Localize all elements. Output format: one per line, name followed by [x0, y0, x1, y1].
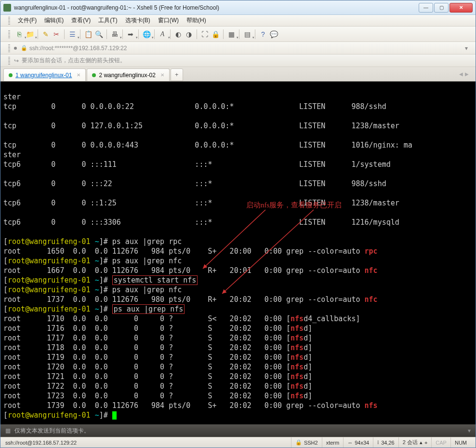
tab-add-button[interactable]: + [171, 68, 183, 81]
compose-dropdown-icon[interactable]: ▾ [468, 427, 471, 434]
out-post: d4_callbacks] [304, 314, 360, 323]
tab-nav: ◀ ▶ [455, 71, 473, 77]
cmd-highlighted: ps aux |grep nfs [112, 304, 185, 314]
lock-icon: 🔒 [295, 439, 302, 446]
out-kw: nfc [365, 295, 378, 304]
address-dropdown-icon[interactable]: ▾ [465, 45, 468, 52]
out-post: d] [304, 363, 312, 371]
cmd: ps aux |grep nfc [112, 257, 182, 265]
tab-session-2[interactable]: 2 wangrufienglinux-02 ✕ [87, 68, 169, 81]
addr-bullet-icon [14, 47, 17, 50]
prompt-open: [ [3, 305, 8, 313]
menubar-grip[interactable] [8, 17, 10, 25]
app-window: wangruifenglinux-01 - root@wangruifeng-0… [0, 0, 476, 448]
out-kw: nfs [291, 343, 304, 352]
sessions-chevron-icon[interactable]: ▴ [420, 439, 423, 446]
hint-arrow-icon[interactable]: ↪ [14, 57, 19, 64]
status-num: NUM [450, 437, 471, 448]
statusbar: ssh://root@192.168.57.129:22 🔒SSH2 xterm… [0, 437, 476, 448]
address-input[interactable]: ssh://root:********@192.168.57.129:22 [29, 45, 465, 52]
out-pre: root 1720 0.0 0.0 0 0 ? S 20:02 0:00 [ [3, 363, 291, 371]
paste-button[interactable]: 🔍 [93, 29, 104, 40]
menu-tabs[interactable]: 选项卡(B) [121, 15, 154, 26]
globe-button[interactable]: 🌐 [141, 29, 152, 40]
out-kw: nfs [291, 324, 304, 333]
menu-file[interactable]: 文件(F) [14, 15, 40, 26]
toolbar-grip[interactable] [8, 30, 10, 38]
compose-icon[interactable]: ▦ [5, 427, 11, 434]
prompt-user: root@wangruifeng-01 [8, 237, 91, 246]
disconnect-button[interactable]: ✂ [51, 29, 62, 40]
open-button[interactable]: 📁 [25, 29, 35, 40]
out-post: d] [304, 343, 312, 352]
maximize-button[interactable]: ▢ [434, 3, 449, 13]
menu-edit[interactable]: 编辑(E) [40, 15, 67, 26]
tab-label: 2 wangrufienglinux-02 [99, 72, 155, 79]
prompt-user: root@wangruifeng-01 [8, 411, 91, 420]
fullscreen-button[interactable]: ⛶ [199, 29, 210, 40]
reconnect-button[interactable]: ✎ [40, 29, 51, 40]
tab-next-icon[interactable]: ▶ [465, 71, 469, 77]
prompt-user: root@wangruifeng-01 [8, 276, 91, 285]
prompt-path: ~ [91, 285, 99, 294]
prompt-path: ~ [91, 257, 99, 265]
menu-window[interactable]: 窗口(W) [154, 15, 183, 26]
terminal[interactable]: ster tcp 0 0 0.0.0.0:22 0.0.0.0:* LISTEN… [0, 81, 476, 424]
status-protocol: 🔒SSH2 [291, 437, 322, 448]
out-kw: nfs [291, 392, 304, 400]
terminal-line: ster [3, 93, 21, 101]
out-pre: root 1722 0.0 0.0 0 0 ? S 20:02 0:00 [ [3, 382, 291, 391]
out-pre: root 1710 0.0 0.0 0 0 ? S< 20:02 0:00 [ [3, 314, 291, 323]
layout-button[interactable]: ▦ [226, 29, 237, 40]
find-button[interactable]: ➡ [125, 29, 136, 40]
toolbar-separator [80, 29, 80, 39]
print-button[interactable]: 🖶 [109, 29, 120, 40]
out-pre: root 1717 0.0 0.0 0 0 ? S 20:02 0:00 [ [3, 334, 291, 342]
out-pre: root 1723 0.0 0.0 0 0 ? S 20:02 0:00 [ [3, 392, 291, 400]
new-session-button[interactable]: ⎘ [14, 29, 25, 40]
toolbar-separator [170, 29, 171, 39]
addressbar-grip[interactable] [8, 44, 10, 52]
minimize-button[interactable]: — [419, 3, 433, 13]
font-button[interactable]: A [157, 29, 168, 40]
prompt-user: root@wangruifeng-01 [8, 305, 91, 313]
about-button[interactable]: 💬 [268, 29, 279, 40]
prompt-close: ]# [99, 305, 112, 313]
tab-session-1[interactable]: 1 wangruifenglinux-01 ✕ [3, 68, 86, 81]
tile-button[interactable]: ▤ [242, 29, 252, 40]
lock-button[interactable]: 🔒 [210, 29, 221, 40]
out-kw: nfs [291, 353, 304, 362]
prompt-user: root@wangruifeng-01 [8, 285, 91, 294]
out-kw: nfs [291, 334, 304, 342]
compose-bar: ▦ 仅将文本发送到当前选项卡。 ▾ [0, 424, 476, 437]
menu-view[interactable]: 查看(V) [67, 15, 94, 26]
menu-tools[interactable]: 工具(T) [94, 15, 121, 26]
help-button[interactable]: ? [258, 29, 268, 40]
toolbar-separator [122, 29, 123, 39]
menu-help[interactable]: 帮助(H) [183, 15, 210, 26]
cmd: ps aux |grep nfc [112, 285, 182, 294]
terminal-line: tcp6 0 0 :::3306 :::* LISTEN 1216/mysqld [3, 218, 399, 227]
status-sessions: 2 会话 ▴ + [398, 437, 432, 448]
tab-close-icon[interactable]: ✕ [160, 72, 164, 78]
prompt-user: root@wangruifeng-01 [8, 257, 91, 265]
color-button[interactable]: ◐ [173, 29, 184, 40]
toolbar: ⎘ 📁 ✎ ✂ ☰ 📋 🔍 🖶 ➡ 🌐 A ◐ ◑ ⛶ 🔒 ▦ ▤ ? 💬 [0, 27, 476, 42]
prompt-open: [ [3, 257, 8, 265]
toolbar-separator [38, 29, 38, 39]
copy-button[interactable]: 📋 [83, 29, 93, 40]
prompt-open: [ [3, 411, 8, 420]
hintbar-grip[interactable] [8, 57, 10, 65]
prompt-open: [ [3, 276, 8, 285]
encoding-button[interactable]: ◑ [184, 29, 194, 40]
window-controls: — ▢ ✕ [419, 3, 473, 13]
close-button[interactable]: ✕ [450, 3, 473, 13]
sessions-plus-icon[interactable]: + [424, 440, 427, 446]
tab-close-icon[interactable]: ✕ [77, 72, 80, 78]
tab-prev-icon[interactable]: ◀ [459, 71, 463, 77]
properties-button[interactable]: ☰ [67, 29, 78, 40]
compose-input[interactable]: 仅将文本发送到当前选项卡。 [14, 427, 468, 435]
annotation-text: 启动nfs服务，查看服务已开启 [246, 200, 342, 210]
toolbar-separator [154, 29, 155, 39]
titlebar[interactable]: wangruifenglinux-01 - root@wangruifeng-0… [0, 0, 476, 15]
